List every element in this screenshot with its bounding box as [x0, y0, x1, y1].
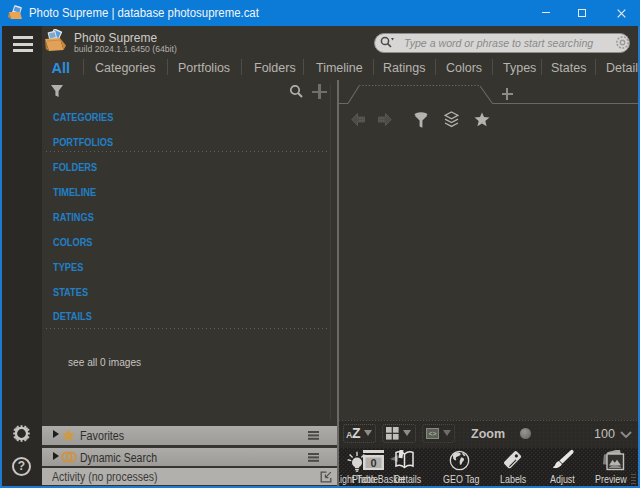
- svg-text:0: 0: [370, 457, 376, 469]
